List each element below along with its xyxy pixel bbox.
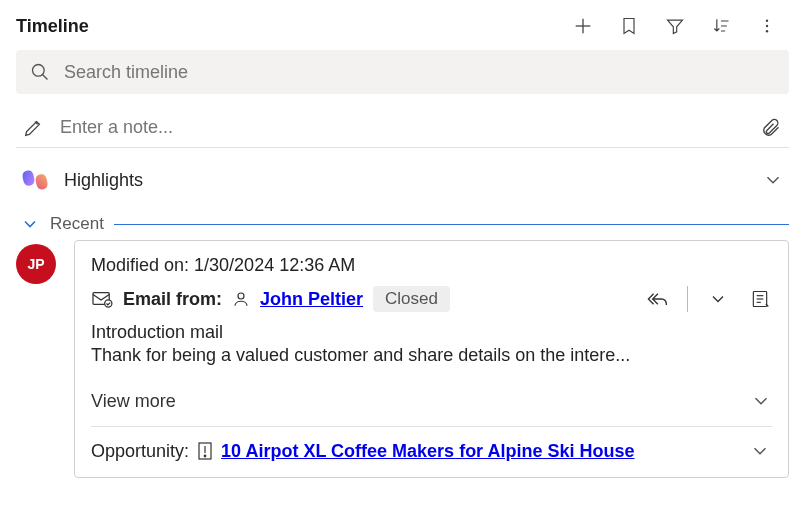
add-button[interactable]: [571, 14, 595, 38]
email-preview: Thank for being a valued customer and sh…: [91, 345, 772, 366]
note-bar: [16, 108, 789, 148]
email-icon: [91, 290, 113, 308]
paperclip-icon: [761, 116, 781, 140]
open-record-icon: [750, 289, 770, 309]
opportunity-label: Opportunity:: [91, 441, 189, 462]
sort-button[interactable]: [709, 14, 733, 38]
svg-point-9: [238, 293, 244, 299]
timeline: Timeline: [0, 0, 805, 478]
copilot-icon: [20, 164, 52, 196]
timeline-entry: JP Modified on: 1/30/2024 12:36 AM Email…: [16, 240, 789, 478]
note-input[interactable]: [60, 117, 743, 138]
recent-label: Recent: [50, 214, 104, 234]
more-button[interactable]: [755, 14, 779, 38]
email-meta: Email from: John Peltier Closed: [91, 286, 772, 312]
modified-value: 1/30/2024 12:36 AM: [194, 255, 355, 275]
attach-button[interactable]: [759, 116, 783, 140]
chevron-down-icon: [762, 169, 784, 191]
entry-card: Modified on: 1/30/2024 12:36 AM Email fr…: [74, 240, 789, 478]
plus-icon: [572, 15, 594, 37]
search-icon: [30, 62, 50, 82]
view-more-row[interactable]: View more: [91, 382, 772, 427]
from-link[interactable]: John Peltier: [260, 289, 363, 310]
highlights-label: Highlights: [64, 170, 749, 191]
opportunity-link[interactable]: 10 Airpot XL Coffee Makers for Alpine Sk…: [221, 441, 634, 462]
avatar: JP: [16, 244, 56, 284]
person-icon: [232, 290, 250, 308]
header: Timeline: [16, 8, 789, 44]
chevron-down-icon: [749, 440, 771, 462]
status-badge: Closed: [373, 286, 450, 312]
svg-point-5: [33, 65, 45, 77]
view-more-label: View more: [91, 391, 176, 412]
chevron-down-icon: [708, 289, 728, 309]
modified-line: Modified on: 1/30/2024 12:36 AM: [91, 255, 772, 276]
svg-point-3: [766, 25, 768, 27]
search-bar[interactable]: [16, 50, 789, 94]
bookmark-icon: [619, 15, 639, 37]
separator: [687, 286, 688, 312]
entry-actions: [645, 286, 772, 312]
priority-icon: [197, 441, 213, 461]
sort-icon: [710, 16, 732, 36]
recent-header[interactable]: Recent: [16, 214, 789, 234]
svg-point-16: [204, 455, 206, 457]
svg-point-8: [105, 300, 112, 307]
chevron-down-icon: [20, 214, 40, 234]
svg-line-6: [43, 75, 48, 80]
opportunity-expand[interactable]: [748, 439, 772, 463]
open-record-button[interactable]: [748, 287, 772, 311]
highlights-expand[interactable]: [761, 168, 785, 192]
reply-all-icon: [645, 289, 669, 309]
page-title: Timeline: [16, 16, 89, 37]
email-subject: Introduction mail: [91, 322, 772, 343]
reply-dropdown[interactable]: [706, 287, 730, 311]
svg-point-4: [766, 30, 768, 32]
divider: [114, 224, 789, 225]
filter-button[interactable]: [663, 14, 687, 38]
search-input[interactable]: [64, 62, 775, 83]
filter-icon: [664, 16, 686, 36]
highlights-section[interactable]: Highlights: [16, 164, 789, 208]
bookmark-button[interactable]: [617, 14, 641, 38]
reply-all-button[interactable]: [645, 287, 669, 311]
more-vertical-icon: [758, 16, 776, 36]
header-actions: [571, 14, 789, 38]
pencil-icon: [22, 117, 44, 139]
svg-point-2: [766, 20, 768, 22]
chevron-down-icon: [750, 390, 772, 412]
opportunity-row: Opportunity: 10 Airpot XL Coffee Makers …: [91, 427, 772, 477]
modified-label: Modified on:: [91, 255, 189, 275]
email-from-label: Email from:: [123, 289, 222, 310]
